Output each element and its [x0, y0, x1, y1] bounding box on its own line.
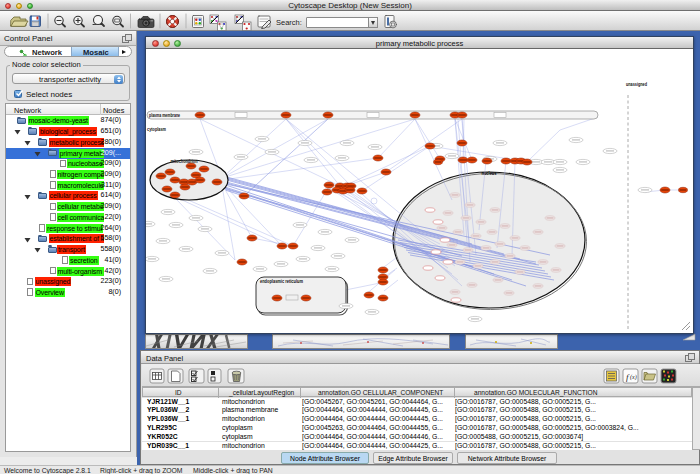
svg-text:unassigned: unassigned — [626, 82, 647, 87]
svg-text:plasma membrane: plasma membrane — [149, 113, 180, 118]
svg-text:nucleus: nucleus — [482, 171, 497, 176]
svg-text:cytoplasm: cytoplasm — [147, 127, 166, 132]
svg-text:(x): (x) — [630, 374, 637, 381]
svg-text:endoplasmic reticulum: endoplasmic reticulum — [260, 279, 303, 284]
